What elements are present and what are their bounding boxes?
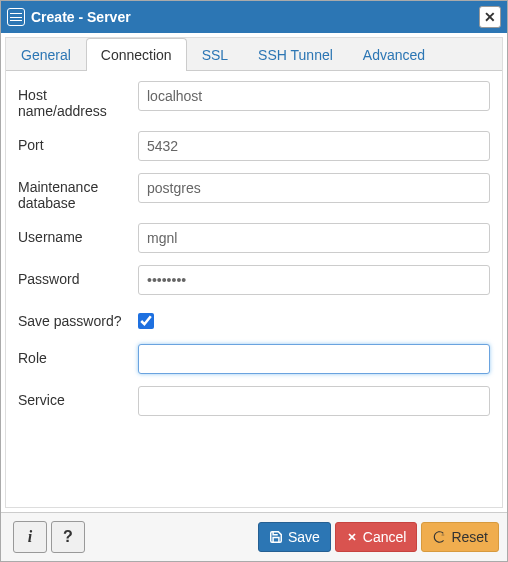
- info-icon: i: [28, 528, 32, 546]
- cancel-label: Cancel: [363, 529, 407, 545]
- reset-label: Reset: [451, 529, 488, 545]
- label-maintdb: Maintenance database: [18, 173, 138, 211]
- help-icon: ?: [63, 528, 73, 546]
- tab-advanced[interactable]: Advanced: [348, 38, 440, 71]
- username-input[interactable]: [138, 223, 490, 253]
- connection-form: Host name/address Port Maintenance datab…: [6, 71, 502, 507]
- label-host: Host name/address: [18, 81, 138, 119]
- role-input[interactable]: [138, 344, 490, 374]
- save-password-checkbox[interactable]: [138, 313, 154, 329]
- reset-button[interactable]: Reset: [421, 522, 499, 552]
- reset-icon: [432, 530, 446, 544]
- help-button[interactable]: ?: [51, 521, 85, 553]
- cancel-button[interactable]: Cancel: [335, 522, 418, 552]
- dialog-footer: i ? Save Cancel Reset: [1, 512, 507, 561]
- save-button[interactable]: Save: [258, 522, 331, 552]
- row-savepw: Save password?: [18, 307, 490, 332]
- server-icon: [7, 8, 25, 26]
- titlebar: Create - Server ✕: [1, 1, 507, 33]
- label-role: Role: [18, 344, 138, 366]
- host-input[interactable]: [138, 81, 490, 111]
- cancel-icon: [346, 531, 358, 543]
- create-server-dialog: Create - Server ✕ General Connection SSL…: [0, 0, 508, 562]
- tab-general[interactable]: General: [6, 38, 86, 71]
- row-username: Username: [18, 223, 490, 253]
- maintenance-db-input[interactable]: [138, 173, 490, 203]
- row-service: Service: [18, 386, 490, 416]
- close-icon: ✕: [484, 9, 496, 25]
- row-port: Port: [18, 131, 490, 161]
- row-host: Host name/address: [18, 81, 490, 119]
- label-savepw: Save password?: [18, 307, 138, 329]
- tab-bar: General Connection SSL SSH Tunnel Advanc…: [6, 38, 502, 71]
- port-input[interactable]: [138, 131, 490, 161]
- save-label: Save: [288, 529, 320, 545]
- info-button[interactable]: i: [13, 521, 47, 553]
- label-username: Username: [18, 223, 138, 245]
- label-service: Service: [18, 386, 138, 408]
- row-password: Password: [18, 265, 490, 295]
- dialog-body: General Connection SSL SSH Tunnel Advanc…: [5, 37, 503, 508]
- row-maintdb: Maintenance database: [18, 173, 490, 211]
- service-input[interactable]: [138, 386, 490, 416]
- row-role: Role: [18, 344, 490, 374]
- password-input[interactable]: [138, 265, 490, 295]
- label-password: Password: [18, 265, 138, 287]
- label-port: Port: [18, 131, 138, 153]
- tab-connection[interactable]: Connection: [86, 38, 187, 71]
- tab-ssl[interactable]: SSL: [187, 38, 243, 71]
- tab-ssh-tunnel[interactable]: SSH Tunnel: [243, 38, 348, 71]
- close-button[interactable]: ✕: [479, 6, 501, 28]
- save-icon: [269, 530, 283, 544]
- dialog-title: Create - Server: [31, 9, 479, 25]
